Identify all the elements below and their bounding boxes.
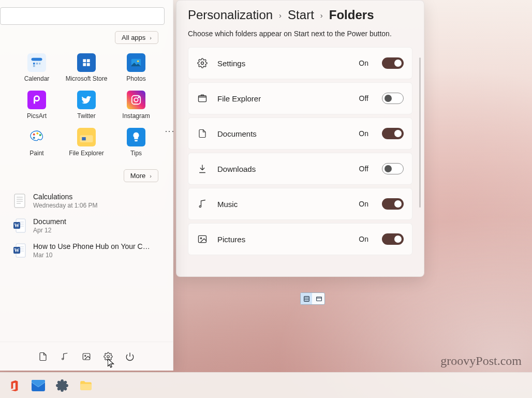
svg-rect-16 xyxy=(83,59,86,62)
toggle-state: On xyxy=(359,200,368,208)
app-tile-microsoft-store[interactable]: Microsoft Store xyxy=(63,53,110,82)
more-button[interactable]: More › xyxy=(124,169,158,182)
app-tile-calendar[interactable]: Calendar xyxy=(13,53,60,82)
recommended-subtitle: Wednesday at 1:06 PM xyxy=(33,202,98,209)
recommended-item[interactable]: W Document Apr 12 xyxy=(9,213,164,238)
folder-label: Pictures xyxy=(217,235,349,244)
mail-icon[interactable] xyxy=(31,378,46,393)
svg-point-2 xyxy=(199,205,201,207)
recommended-title: Calculations xyxy=(33,193,98,201)
app-tile-twitter[interactable]: Twitter xyxy=(63,91,110,120)
folder-row-file-explorer: File Explorer Off xyxy=(188,82,412,114)
chevron-right-icon: › xyxy=(150,173,152,179)
music-icon[interactable] xyxy=(60,351,70,362)
folder-row-downloads: Downloads Off xyxy=(188,153,412,185)
pinned-apps-grid: Calendar Microsoft Store Photos PicsArt … xyxy=(0,48,173,162)
document-icon xyxy=(197,128,208,139)
toggle-documents[interactable] xyxy=(382,128,404,139)
picsart-icon xyxy=(27,91,46,109)
chevron-right-icon: › xyxy=(150,35,152,41)
folder-row-settings: Settings On xyxy=(188,47,412,79)
file-explorer-taskbar-icon[interactable] xyxy=(79,378,93,393)
view-window-icon[interactable] xyxy=(313,293,324,304)
toggle-music[interactable] xyxy=(382,198,404,210)
svg-rect-14 xyxy=(39,63,40,65)
app-tile-instagram[interactable]: Instagram xyxy=(113,91,159,120)
chevron-right-icon: › xyxy=(320,11,323,20)
recommended-item[interactable]: W How to Use Phone Hub on Your Ch… Mar 1… xyxy=(9,238,164,263)
toggle-state: On xyxy=(359,235,368,243)
app-tile-photos[interactable]: Photos xyxy=(113,53,159,82)
view-switcher xyxy=(300,292,325,305)
word-file-icon: W xyxy=(12,217,27,234)
app-tile-picsart[interactable]: PicsArt xyxy=(13,91,60,120)
breadcrumb-personalization[interactable]: Personalization xyxy=(188,8,273,22)
toggle-file-explorer[interactable] xyxy=(382,93,404,104)
svg-rect-5 xyxy=(304,296,309,301)
svg-point-24 xyxy=(134,98,138,101)
app-tile-tips[interactable]: Tips xyxy=(113,128,159,157)
office-icon[interactable] xyxy=(7,378,22,393)
breadcrumb: Personalization › Start › Folders xyxy=(188,8,412,22)
toggle-state: On xyxy=(359,59,368,67)
svg-rect-11 xyxy=(32,58,42,61)
svg-rect-1 xyxy=(199,96,206,102)
folder-label: File Explorer xyxy=(217,94,350,103)
svg-rect-13 xyxy=(36,63,38,65)
svg-text:W: W xyxy=(14,223,20,228)
settings-taskbar-icon[interactable] xyxy=(55,378,69,393)
recommended-section: Calculations Wednesday at 1:06 PM W Docu… xyxy=(0,186,173,342)
svg-point-49 xyxy=(62,358,64,360)
settings-icon[interactable] xyxy=(103,351,113,362)
picture-icon xyxy=(197,233,208,245)
svg-point-26 xyxy=(33,134,35,136)
toggle-downloads[interactable] xyxy=(382,163,404,174)
folder-row-music: Music On xyxy=(188,188,412,220)
recommended-item[interactable]: Calculations Wednesday at 1:06 PM xyxy=(9,188,164,213)
folder-row-documents: Documents On xyxy=(188,117,412,150)
download-icon xyxy=(197,163,208,174)
app-tile-file-explorer[interactable]: File Explorer xyxy=(63,128,110,157)
app-label: Calendar xyxy=(24,75,50,82)
app-label: Microsoft Store xyxy=(66,75,108,82)
overflow-dots-icon[interactable]: ⋮ xyxy=(168,127,171,136)
breadcrumb-start[interactable]: Start xyxy=(288,8,314,22)
view-list-icon[interactable] xyxy=(301,293,312,304)
app-label: Tips xyxy=(130,150,142,157)
start-footer xyxy=(0,342,173,371)
app-tile-paint[interactable]: Paint xyxy=(13,128,60,157)
folder-row-pictures: Pictures On xyxy=(188,223,412,255)
app-label: Instagram xyxy=(122,112,150,120)
app-label: Twitter xyxy=(77,112,95,120)
file-explorer-icon xyxy=(77,128,96,146)
folder-label: Settings xyxy=(217,59,349,68)
twitter-icon xyxy=(77,91,96,109)
all-apps-button[interactable]: All apps › xyxy=(115,31,158,44)
folder-label: Downloads xyxy=(217,165,350,173)
paint-icon xyxy=(27,128,46,146)
text-file-icon xyxy=(12,193,27,209)
more-label: More xyxy=(130,172,146,180)
folder-label: Documents xyxy=(217,129,349,138)
svg-rect-18 xyxy=(83,63,86,66)
breadcrumb-folders: Folders xyxy=(329,8,374,22)
svg-point-0 xyxy=(201,62,204,65)
documents-icon[interactable] xyxy=(38,351,48,362)
scrollbar[interactable] xyxy=(419,57,421,208)
folder-label: Music xyxy=(217,200,349,209)
recommended-subtitle: Apr 12 xyxy=(33,227,66,234)
recommended-title: Document xyxy=(33,217,66,226)
app-label: Paint xyxy=(29,150,43,157)
svg-rect-19 xyxy=(87,63,90,66)
pictures-icon[interactable] xyxy=(81,351,92,362)
toggle-pictures[interactable] xyxy=(382,233,404,245)
svg-point-28 xyxy=(39,134,41,136)
search-input[interactable] xyxy=(0,7,165,25)
toggle-settings[interactable] xyxy=(382,57,404,69)
power-icon[interactable] xyxy=(125,351,135,362)
svg-rect-32 xyxy=(14,194,25,208)
cursor-icon xyxy=(108,359,115,368)
svg-rect-31 xyxy=(82,137,86,140)
photos-icon xyxy=(127,53,145,72)
toggle-state: Off xyxy=(359,165,368,173)
